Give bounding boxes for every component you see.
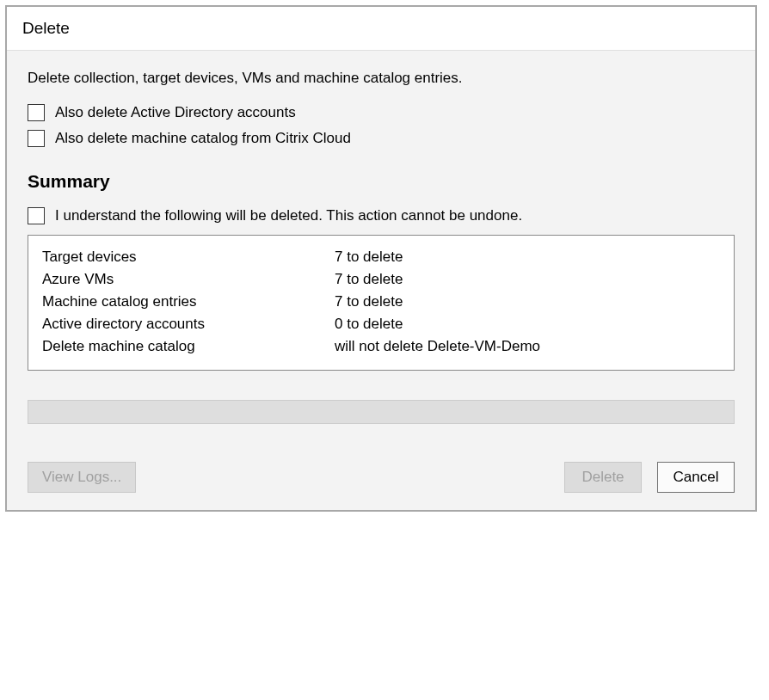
dialog-body: Delete collection, target devices, VMs a… [7, 51, 755, 462]
summary-label: Target devices [42, 249, 335, 266]
summary-row: Machine catalog entries 7 to delete [42, 291, 720, 313]
summary-value: 7 to delete [335, 293, 720, 310]
summary-row: Target devices 7 to delete [42, 246, 720, 268]
summary-label: Active directory accounts [42, 316, 335, 333]
checkbox-also-delete-ad[interactable]: Also delete Active Directory accounts [28, 104, 735, 121]
intro-text: Delete collection, target devices, VMs a… [28, 70, 735, 87]
checkbox-icon[interactable] [28, 207, 45, 224]
confirm-label: I understand the following will be delet… [55, 207, 522, 224]
checkbox-also-delete-catalog[interactable]: Also delete machine catalog from Citrix … [28, 130, 735, 147]
summary-row: Active directory accounts 0 to delete [42, 313, 720, 335]
button-row: View Logs... Delete Cancel [7, 462, 755, 510]
summary-row: Delete machine catalog will not delete D… [42, 335, 720, 358]
checkbox-icon[interactable] [28, 130, 45, 147]
delete-button[interactable]: Delete [564, 462, 642, 493]
dialog-title: Delete [7, 7, 755, 51]
summary-heading: Summary [28, 171, 735, 192]
checkbox-ad-label: Also delete Active Directory accounts [55, 104, 296, 121]
summary-box: Target devices 7 to delete Azure VMs 7 t… [28, 235, 735, 371]
summary-value: 0 to delete [335, 316, 720, 333]
summary-value: 7 to delete [335, 271, 720, 288]
summary-value: 7 to delete [335, 249, 720, 266]
delete-dialog: Delete Delete collection, target devices… [5, 5, 757, 512]
summary-value: will not delete Delete-VM-Demo [335, 338, 720, 355]
progress-bar [28, 400, 735, 424]
checkbox-catalog-label: Also delete machine catalog from Citrix … [55, 130, 351, 147]
view-logs-button[interactable]: View Logs... [28, 462, 136, 493]
summary-row: Azure VMs 7 to delete [42, 268, 720, 291]
summary-label: Azure VMs [42, 271, 335, 288]
cancel-button[interactable]: Cancel [657, 462, 735, 493]
checkbox-icon[interactable] [28, 104, 45, 121]
summary-label: Machine catalog entries [42, 293, 335, 310]
checkbox-confirm-understand[interactable]: I understand the following will be delet… [28, 207, 735, 224]
summary-label: Delete machine catalog [42, 338, 335, 355]
